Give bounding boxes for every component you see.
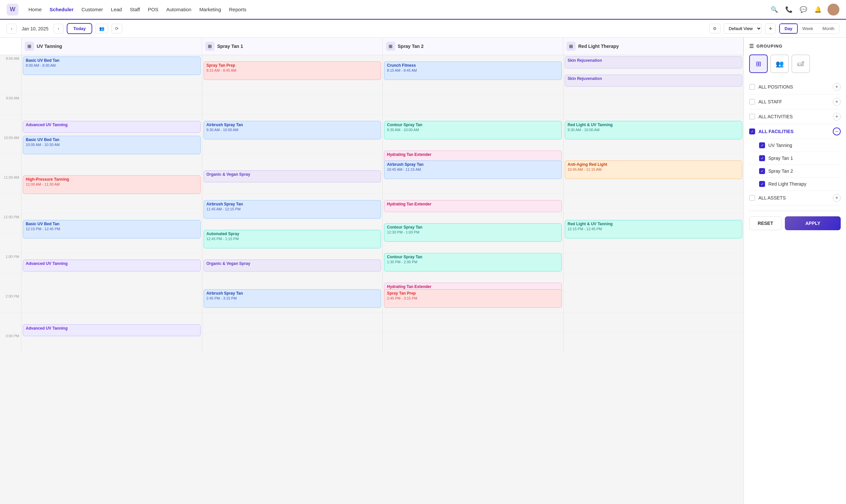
phone-icon[interactable]: 📞 (784, 5, 794, 15)
event-contour-930[interactable]: Contour Spray Tan 9:30 AM - 10:00 AM (384, 121, 562, 139)
logo[interactable]: W (6, 4, 18, 16)
slot (21, 293, 202, 313)
expand-positions-button[interactable]: + (833, 83, 841, 91)
group-users-button[interactable]: 👥 (95, 24, 108, 33)
expand-staff-button[interactable]: + (833, 98, 841, 106)
nav-scheduler[interactable]: Scheduler (50, 5, 74, 14)
time-12pm: 12:00 PM (0, 214, 21, 234)
filter-spray-tan-2[interactable]: ✓ Spray Tan 2 (749, 165, 841, 178)
expand-activities-button[interactable]: + (833, 113, 841, 121)
checkbox-spray-tan-1[interactable]: ✓ (759, 155, 765, 161)
event-skin-rejuv-2[interactable]: Skin Rejuvenation (565, 75, 743, 87)
event-advanced-uv-930[interactable]: Advanced UV Tanning (23, 121, 200, 133)
avatar[interactable] (828, 4, 840, 16)
time-130pm (0, 273, 21, 293)
bell-icon[interactable]: 🔔 (813, 5, 823, 15)
search-icon[interactable]: 🔍 (769, 5, 779, 15)
star-button[interactable]: ✦ (765, 23, 776, 34)
calendar[interactable]: ⊞ UV Tanning ⊞ Spray Tan 1 ⊞ Spray Tan 2… (0, 38, 743, 504)
sidebar: ☰ GROUPING ⊞ 👥 🛋 ALL POSITIONS + ALL STA… (743, 38, 846, 504)
collapse-facilities-button[interactable]: − (833, 127, 841, 136)
nav-home[interactable]: Home (29, 5, 42, 14)
event-basic-uv-10am[interactable]: Basic UV Bed Tan 10:00 AM - 10:30 AM (23, 136, 200, 154)
filter-uv-tanning[interactable]: ✓ UV Tanning (749, 139, 841, 152)
nav-lead[interactable]: Lead (111, 5, 122, 14)
event-basic-uv-8am[interactable]: Basic UV Bed Tan 8:00 AM - 8:30 AM (23, 56, 200, 75)
expand-assets-button[interactable]: + (833, 194, 841, 202)
nav-marketing[interactable]: Marketing (199, 5, 221, 14)
filter-button[interactable]: ⚙ (709, 24, 720, 33)
uv-tanning-column[interactable]: Basic UV Bed Tan 8:00 AM - 8:30 AM Advan… (21, 55, 202, 353)
event-contour-130pm[interactable]: Contour Spray Tan 1:30 PM - 2:00 PM (384, 253, 562, 271)
event-spray-prep-245pm[interactable]: Spray Tan Prep 2:45 PM - 3:15 PM (384, 289, 562, 308)
event-airbrush-1145[interactable]: Airbrush Spray Tan 11:45 AM - 12:15 PM (204, 200, 381, 219)
checkbox-all-activities[interactable] (749, 114, 755, 120)
event-basic-uv-1215pm[interactable]: Basic UV Bed Tan 12:15 PM - 12:45 PM (23, 220, 200, 238)
red-light-column[interactable]: Skin Rejuvenation Skin Rejuvenation Red … (563, 55, 744, 353)
event-high-pressure-11am[interactable]: High-Pressure Tanning 11:00 AM - 11:30 A… (23, 175, 200, 194)
filter-red-light-therapy[interactable]: ✓ Red Light Therapy (749, 178, 841, 191)
event-skin-rejuv-1[interactable]: Skin Rejuvenation (565, 56, 743, 68)
checkbox-red-light[interactable]: ✓ (759, 181, 765, 187)
label-all-staff: ALL STAFF (758, 99, 829, 104)
grouping-title: GROUPING (756, 43, 782, 49)
checkbox-all-facilities[interactable]: ✓ (749, 128, 755, 134)
filter-all-positions[interactable]: ALL POSITIONS + (749, 79, 841, 94)
today-button[interactable]: Today (67, 23, 92, 34)
view-tabs: Day Week Month (779, 23, 840, 34)
checkbox-all-assets[interactable] (749, 195, 755, 201)
filter-spray-tan-1[interactable]: ✓ Spray Tan 1 (749, 152, 841, 165)
event-organic-200pm[interactable]: Organic & Vegan Spray (204, 259, 381, 271)
week-tab[interactable]: Week (798, 23, 818, 34)
next-date-button[interactable]: › (54, 24, 64, 34)
slot (563, 253, 744, 273)
event-red-light-uv-930[interactable]: Red Light & UV Tanning 9:30 AM - 10:00 A… (565, 121, 743, 139)
nav-staff[interactable]: Staff (130, 5, 140, 14)
event-airbrush-930[interactable]: Airbrush Spray Tan 9:30 AM - 10:00 AM (204, 121, 381, 139)
event-contour-1230pm[interactable]: Contour Spray Tan 12:30 PM - 1:00 PM (384, 223, 562, 242)
slot (202, 313, 383, 332)
event-airbrush-1045[interactable]: Airbrush Spray Tan 10:45 AM - 11:15 AM (384, 161, 562, 179)
label-spray-tan-2: Spray Tan 2 (768, 168, 841, 174)
nav-reports[interactable]: Reports (229, 5, 247, 14)
spray-tan-1-column[interactable]: Spray Tan Prep 8:15 AM - 8:45 AM Airbrus… (202, 55, 383, 353)
event-advanced-uv-130pm[interactable]: Advanced UV Tanning (23, 259, 200, 271)
spray-tan-2-column[interactable]: Crunch Fitness 8:15 AM - 8:45 AM Contour… (383, 55, 563, 353)
event-airbrush-245pm[interactable]: Airbrush Spray Tan 2:45 PM - 3:15 PM (204, 289, 381, 308)
event-automated-1245[interactable]: Automated Spray 12:45 PM - 1:15 PM (204, 230, 381, 248)
group-by-facility-button[interactable]: ⊞ (749, 54, 768, 73)
view-select[interactable]: Default View (724, 23, 762, 34)
reset-button[interactable]: RESET (749, 216, 781, 230)
apply-button[interactable]: APPLY (785, 216, 841, 230)
time-930am (0, 114, 21, 134)
group-by-room-button[interactable]: 🛋 (792, 54, 810, 73)
filter-all-facilities[interactable]: ✓ ALL FACILITIES − (749, 124, 841, 139)
month-tab[interactable]: Month (818, 23, 839, 34)
event-red-light-uv-1215pm[interactable]: Red Light & UV Tanning 12:15 PM - 12:45 … (565, 220, 743, 238)
slot (563, 313, 744, 332)
event-crunch-fitness-815[interactable]: Crunch Fitness 8:15 AM - 8:45 AM (384, 61, 562, 80)
checkbox-spray-tan-2[interactable]: ✓ (759, 168, 765, 174)
event-organic-1100[interactable]: Organic & Vegan Spray (204, 170, 381, 182)
event-anti-aging-1045[interactable]: Anti-Aging Red Light 10:45 AM - 11:15 AM (565, 161, 743, 179)
event-hydrating-1200[interactable]: Hydrating Tan Extender (384, 200, 562, 212)
resource-header-spray-tan-2: ⊞ Spray Tan 2 (383, 38, 563, 55)
prev-date-button[interactable]: ‹ (6, 24, 17, 34)
main-container: ⊞ UV Tanning ⊞ Spray Tan 1 ⊞ Spray Tan 2… (0, 38, 846, 504)
checkbox-all-staff[interactable] (749, 99, 755, 105)
checkbox-all-positions[interactable] (749, 84, 755, 90)
nav-pos[interactable]: POS (148, 5, 159, 14)
nav-automation[interactable]: Automation (166, 5, 191, 14)
nav-customer[interactable]: Customer (82, 5, 103, 14)
filter-all-staff[interactable]: ALL STAFF + (749, 94, 841, 109)
refresh-button[interactable]: ⟳ (111, 24, 122, 33)
whatsapp-icon[interactable]: 💬 (798, 5, 808, 15)
day-tab[interactable]: Day (779, 23, 798, 34)
time-header (0, 38, 21, 55)
group-by-staff-button[interactable]: 👥 (770, 54, 789, 73)
checkbox-uv-tanning[interactable]: ✓ (759, 142, 765, 148)
filter-all-activities[interactable]: ALL ACTIVITIES + (749, 109, 841, 124)
filter-all-assets[interactable]: ALL ASSETS + (749, 191, 841, 205)
event-spray-prep-815[interactable]: Spray Tan Prep 8:15 AM - 8:45 AM (204, 61, 381, 80)
event-advanced-uv-bottom[interactable]: Advanced UV Tanning (23, 324, 200, 336)
